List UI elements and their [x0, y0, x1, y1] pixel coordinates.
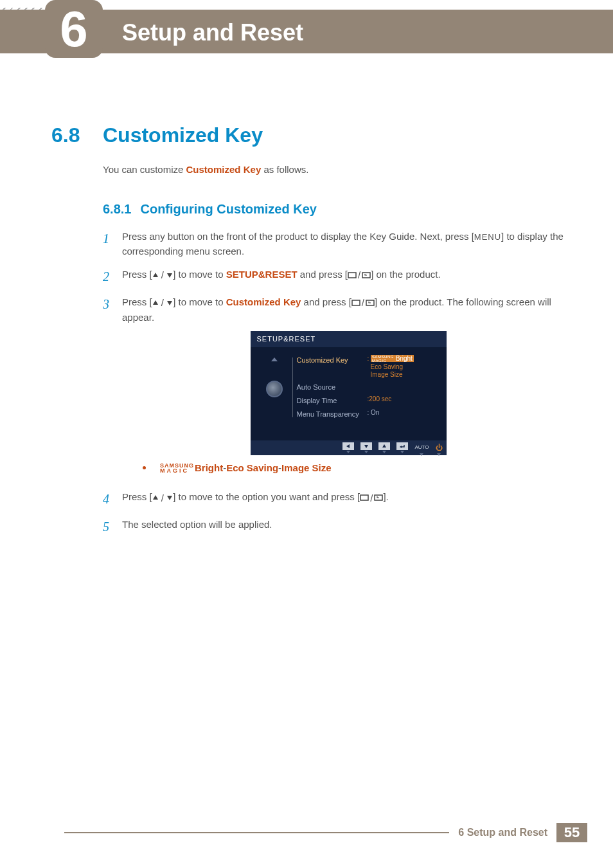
svg-marker-5	[167, 301, 172, 305]
step-body: Press [ / ] to move to SETUP&RESET and p…	[122, 267, 574, 287]
osd-up-arrow-icon	[271, 357, 278, 361]
step-number: 3	[103, 294, 122, 482]
subsection-title: Configuring Customized Key	[140, 202, 316, 216]
step-4: 4 Press [ / ] to move to the option you …	[103, 489, 574, 509]
subsection-number: 6.8.1	[103, 202, 131, 216]
up-down-triangle-icon: /	[152, 295, 173, 310]
step-number: 5	[103, 517, 122, 537]
osd-row: Menu Transparency : On	[297, 408, 440, 421]
options-bullet: SAMSUNGMAGICBright - Eco Saving - Image …	[143, 460, 574, 475]
enter-source-icon: /	[348, 267, 371, 282]
page-footer: 6 Setup and Reset 55	[0, 823, 613, 842]
chapter-badge: 6	[45, 0, 103, 58]
osd-left-panel	[257, 354, 292, 421]
osd-label-display-time: Display Time	[297, 395, 368, 406]
svg-marker-1	[167, 273, 172, 278]
subsection-heading: 6.8.1Configuring Customized Key	[103, 202, 317, 217]
step-2: 2 Press [ / ] to move to SETUP&RESET and…	[103, 267, 574, 287]
svg-rect-2	[348, 273, 356, 278]
step-number: 2	[103, 267, 122, 287]
osd-left-icon	[342, 442, 354, 450]
menu-keyword: MENU	[474, 232, 501, 242]
intro-post: as follows.	[261, 164, 308, 175]
svg-marker-0	[153, 273, 158, 277]
osd-divider	[292, 357, 293, 417]
osd-auto-label: AUTO	[414, 444, 429, 451]
up-down-triangle-icon: /	[152, 491, 173, 505]
osd-menu: Customized Key : SAMSUNGMAGIC Bright Eco…	[297, 354, 440, 421]
step-body: Press [ / ] to move to the option you wa…	[122, 489, 574, 509]
bullet-icon	[143, 466, 146, 469]
step-number: 1	[103, 229, 122, 259]
footer-rule	[64, 832, 449, 842]
svg-rect-6	[352, 300, 360, 305]
osd-up-icon	[378, 442, 390, 450]
enter-source-icon: /	[360, 491, 383, 505]
osd-label-auto-source: Auto Source	[297, 382, 368, 393]
step-body: The selected option will be applied.	[122, 517, 574, 537]
osd-body: Customized Key : SAMSUNGMAGIC Bright Eco…	[251, 347, 447, 440]
footer-page-number: 55	[556, 823, 587, 842]
osd-row: Customized Key : SAMSUNGMAGIC Bright Eco…	[297, 354, 440, 381]
osd-row: Display Time :200 sec	[297, 394, 440, 408]
svg-marker-10	[382, 444, 386, 448]
svg-marker-4	[153, 300, 158, 305]
step-body: Press [ / ] to move to Customized Key an…	[122, 294, 574, 482]
section-number: 6.8	[51, 123, 80, 147]
osd-value: :200 sec	[368, 395, 440, 404]
step-5: 5 The selected option will be applied.	[103, 517, 574, 537]
section-title: Customized Key	[103, 123, 263, 147]
osd-title: SETUP&RESET	[251, 331, 447, 347]
step-3: 3 Press [ / ] to move to Customized Key …	[103, 294, 574, 482]
osd-screenshot: SETUP&RESET Customized Key : SAMSUNGMAGI…	[251, 331, 447, 455]
osd-label-menu-transparency: Menu Transparency	[297, 409, 368, 420]
svg-marker-9	[364, 445, 368, 448]
svg-marker-8	[346, 444, 350, 448]
osd-dial-icon	[266, 381, 283, 397]
step-1: 1 Press any button on the front of the p…	[103, 229, 574, 259]
intro-text: You can customize Customized Key as foll…	[103, 164, 308, 175]
chapter-number: 6	[60, 0, 87, 59]
customized-key-highlight: Customized Key	[226, 296, 301, 307]
svg-rect-14	[360, 495, 368, 500]
samsung-magic-label: SAMSUNGMAGIC	[160, 463, 194, 473]
step-body: Press any button on the front of the pro…	[122, 229, 574, 259]
steps-list: 1 Press any button on the front of the p…	[103, 229, 574, 545]
enter-source-icon: /	[351, 295, 375, 310]
svg-marker-11	[400, 446, 402, 448]
svg-marker-13	[167, 496, 172, 500]
osd-value: : SAMSUNGMAGIC Bright Eco Saving Image S…	[368, 355, 440, 379]
osd-row: Auto Source	[297, 381, 440, 394]
osd-footer: AUTO ⏻	[251, 440, 447, 455]
step-number: 4	[103, 489, 122, 509]
osd-down-icon	[360, 442, 372, 450]
osd-label-customized-key: Customized Key	[297, 355, 368, 366]
footer-chapter-label: 6 Setup and Reset	[449, 823, 556, 842]
setup-reset-highlight: SETUP&RESET	[226, 269, 298, 280]
osd-value: : On	[368, 409, 440, 417]
intro-pre: You can customize	[103, 164, 186, 175]
option-image-size: Image Size	[281, 460, 332, 475]
svg-marker-12	[153, 495, 158, 500]
chapter-title: Setup and Reset	[122, 19, 303, 46]
osd-power-icon: ⏻	[436, 442, 443, 453]
osd-enter-icon	[396, 442, 408, 450]
intro-highlight: Customized Key	[186, 164, 262, 175]
option-eco: Eco Saving	[226, 460, 278, 475]
up-down-triangle-icon: /	[152, 267, 173, 282]
option-bright: Bright	[195, 460, 223, 475]
